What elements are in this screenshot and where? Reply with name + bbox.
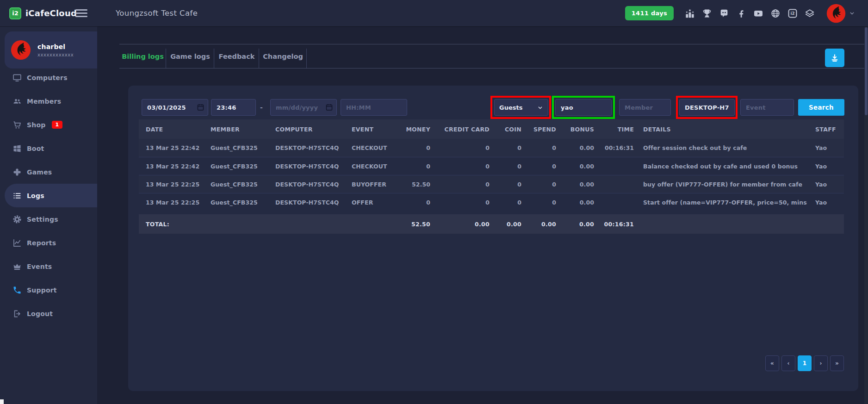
column-header: TIME (596, 119, 636, 139)
sidebar-item-logs[interactable]: Logs (5, 184, 97, 207)
brand-name: iCafeCloud (25, 8, 77, 18)
cell: Yao (807, 139, 844, 157)
tab-billing-logs[interactable]: Billing logs (119, 44, 166, 68)
user-chip[interactable]: charbel xxxxxxxxxxxx (5, 31, 97, 68)
ranking-icon[interactable] (685, 8, 695, 19)
start-date-input[interactable] (142, 99, 208, 116)
page-first-button[interactable]: « (765, 355, 779, 371)
staff-input[interactable] (555, 99, 612, 116)
sidebar-item-label: Support (27, 286, 57, 294)
sidebar-item-label: Members (27, 98, 61, 105)
table-row: 13 Mar 25 22:25Guest_CFB325DESKTOP-H7STC… (139, 175, 844, 193)
sidebar-item-members[interactable]: Members (0, 89, 97, 113)
tab-changelog[interactable]: Changelog (259, 44, 307, 68)
brand[interactable]: i2 iCafeCloud (9, 0, 77, 26)
cell (636, 214, 807, 234)
table-header: DATEMEMBERCOMPUTEREVENTMONEYCREDIT CARDC… (139, 119, 844, 139)
globe-icon[interactable] (770, 8, 781, 19)
download-icon (830, 53, 839, 62)
cell: 0.00 (433, 214, 492, 234)
sidebar-item-settings[interactable]: Settings (0, 207, 97, 231)
column-header: COMPUTER (268, 119, 345, 139)
download-button[interactable] (825, 49, 844, 67)
subscription-days-badge[interactable]: 1411 days (625, 6, 674, 20)
vertical-scrollbar[interactable] (864, 26, 868, 404)
cart-icon (12, 120, 22, 130)
cell: 0 (433, 157, 492, 175)
cell: 00:16:31 (596, 214, 636, 234)
cell: 0 (396, 139, 433, 157)
end-time-input[interactable] (341, 99, 407, 116)
column-header: MONEY (396, 119, 433, 139)
sidebar-item-label: Shop (27, 121, 46, 129)
cell: BUYOFFER (345, 175, 396, 193)
cell (596, 175, 636, 193)
youtube-icon[interactable] (753, 8, 763, 19)
cell: Yao (807, 157, 844, 175)
sidebar-item-label: Reports (27, 239, 56, 247)
tab-game-logs[interactable]: Game logs (166, 44, 214, 68)
avatar (10, 39, 31, 61)
brand-logo-icon: i2 (9, 7, 21, 19)
hamburger-menu-button[interactable] (75, 9, 87, 17)
sidebar-item-logout[interactable]: Logout (0, 302, 97, 325)
cell: 0 (433, 175, 492, 193)
end-date-field (270, 99, 337, 116)
start-time-input[interactable] (211, 99, 256, 116)
end-date-input[interactable] (270, 99, 337, 116)
cell: 0 (396, 193, 433, 211)
sidebar-item-games[interactable]: Games (0, 160, 97, 184)
table-total-row: TOTAL:52.500.000.000.000.0000:16:31 (139, 214, 844, 234)
chart-icon (12, 238, 22, 248)
cell: DESKTOP-H7STC4Q (268, 157, 345, 175)
chevron-down-icon (537, 105, 543, 111)
sidebar-nav: ComputersMembersShop1BootGamesLogsSettin… (0, 66, 97, 325)
user-avatar[interactable] (826, 3, 846, 24)
column-header: CREDIT CARD (433, 119, 492, 139)
start-date-field (142, 99, 208, 116)
sidebar-item-boot[interactable]: Boot (0, 137, 97, 160)
discord-icon[interactable] (719, 8, 729, 19)
tab-feedback[interactable]: Feedback (214, 44, 259, 68)
icafe-icon[interactable]: i2 (787, 8, 798, 19)
column-header: DETAILS (636, 119, 807, 139)
cell: DESKTOP-H7STC4Q (268, 139, 345, 157)
sidebar-item-events[interactable]: Events (0, 255, 97, 278)
cell: 0.00 (558, 139, 596, 157)
log-type-select[interactable]: Guests (494, 99, 548, 116)
sidebar-item-label: Settings (27, 216, 58, 223)
cell: 13 Mar 25 22:42 (139, 157, 204, 175)
column-header: BONUS (558, 119, 596, 139)
sidebar-item-label: Events (27, 263, 52, 270)
layers-icon[interactable] (805, 8, 815, 19)
page-next-button[interactable]: › (814, 355, 828, 371)
table-body: 13 Mar 25 22:42Guest_CFB325DESKTOP-H7STC… (139, 139, 844, 211)
cell: 0.00 (558, 175, 596, 193)
chevron-down-icon[interactable] (849, 10, 855, 16)
cell: 0 (492, 193, 524, 211)
cell: TOTAL: (139, 214, 204, 234)
event-input[interactable] (740, 99, 794, 116)
scrollbar-thumb[interactable] (865, 27, 868, 115)
member-input[interactable] (619, 99, 671, 116)
sidebar-item-computers[interactable]: Computers (0, 66, 97, 89)
page-last-button[interactable]: » (830, 355, 844, 371)
page-prev-button[interactable]: ‹ (781, 355, 795, 371)
search-button[interactable]: Search (798, 99, 844, 116)
sidebar-item-label: Boot (27, 145, 44, 152)
cell (596, 157, 636, 175)
page-number-button[interactable]: 1 (798, 355, 812, 371)
computer-input[interactable] (679, 99, 735, 116)
user-masked-id: xxxxxxxxxxxx (37, 52, 74, 57)
trophy-icon[interactable] (702, 8, 712, 19)
svg-text:i2: i2 (790, 11, 794, 16)
cell: 0 (396, 157, 433, 175)
logout-icon (12, 309, 22, 318)
facebook-icon[interactable] (736, 8, 746, 19)
sidebar-item-support[interactable]: Support (0, 278, 97, 302)
cell: Guest_CFB325 (204, 175, 268, 193)
cell: 0.00 (492, 214, 524, 234)
sidebar-item-shop[interactable]: Shop1 (0, 113, 97, 137)
sidebar-item-reports[interactable]: Reports (0, 231, 97, 255)
cell: 0.00 (558, 157, 596, 175)
